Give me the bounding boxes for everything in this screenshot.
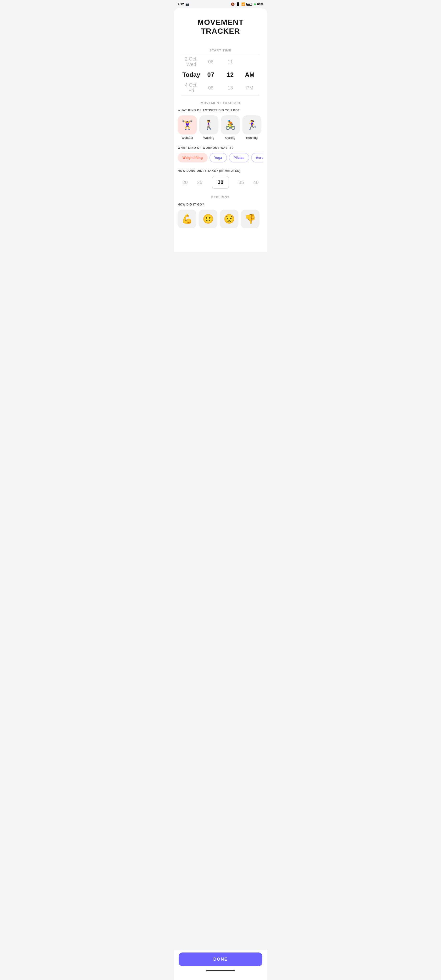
battery-dot bbox=[254, 3, 256, 5]
feelings-section: FEELINGS HOW DID IT GO? 💪 🙂 😟 👎 bbox=[174, 196, 267, 228]
workout-question: WHAT KIND OF WORKOUT WAS IT? bbox=[178, 146, 263, 150]
start-time-section: START TIME 2 Oct, Wed 06 11 Today 07 12 … bbox=[174, 40, 267, 95]
battery-icon bbox=[246, 3, 252, 6]
activity-cycling[interactable]: 🚴 Cycling bbox=[221, 115, 240, 140]
feelings-grid: 💪 🙂 😟 👎 bbox=[178, 210, 263, 228]
status-right: 🔕 ▐▌ 📶 66% bbox=[231, 2, 263, 6]
min-active: 12 bbox=[220, 71, 240, 78]
activity-label-running: Running bbox=[246, 136, 258, 140]
hour-active: 07 bbox=[201, 71, 221, 78]
duration-picker[interactable]: 20 25 30 35 40 bbox=[178, 176, 263, 189]
feeling-thumbsdown[interactable]: 👎 bbox=[241, 210, 260, 228]
min-next: 13 bbox=[220, 85, 240, 91]
pill-pilates[interactable]: Pilates bbox=[229, 153, 249, 162]
time-row-next: 4 Oct, Fri 08 13 PM bbox=[181, 80, 260, 95]
activity-label-cycling: Cycling bbox=[225, 136, 236, 140]
activity-running[interactable]: 🏃‍♀️ Running bbox=[242, 115, 262, 140]
date-active: Today bbox=[181, 71, 201, 78]
activity-walking[interactable]: 🚶‍♀️ Walking bbox=[199, 115, 218, 140]
time-picker[interactable]: 2 Oct, Wed 06 11 Today 07 12 AM 4 Oct, F… bbox=[181, 54, 260, 95]
wifi-icon: 📶 bbox=[241, 2, 245, 6]
pill-weightlifting[interactable]: Weightlifting bbox=[178, 153, 208, 162]
activity-label-workout: Workout bbox=[181, 136, 193, 140]
camera-icon: 📷 bbox=[186, 2, 189, 6]
activity-icon-cycling[interactable]: 🚴 bbox=[221, 115, 240, 134]
activity-label-walking: Walking bbox=[203, 136, 214, 140]
time-row-active[interactable]: Today 07 12 AM bbox=[181, 69, 260, 80]
movement-tracker-label: MOVEMENT TRACKER bbox=[178, 101, 263, 105]
movement-tracker-section: MOVEMENT TRACKER WHAT KIND OF ACTIVITY D… bbox=[174, 95, 267, 189]
duration-question: HOW LONG DID IT TAKE? (IN MINUTES) bbox=[178, 169, 263, 172]
duration-40[interactable]: 40 bbox=[253, 180, 259, 185]
hour-prev: 06 bbox=[201, 59, 221, 65]
pill-aerobics[interactable]: Aerobics bbox=[251, 153, 263, 162]
duration-30[interactable]: 30 bbox=[212, 176, 229, 189]
feeling-worried[interactable]: 😟 bbox=[220, 210, 238, 228]
main-page: MOVEMENT TRACKER START TIME 2 Oct, Wed 0… bbox=[174, 8, 267, 252]
signal-icon: ▐▌ bbox=[236, 2, 240, 6]
status-bar: 9:12 📷 🔕 ▐▌ 📶 66% bbox=[174, 0, 267, 7]
status-left: 9:12 📷 bbox=[178, 2, 189, 6]
page-title: MOVEMENT TRACKER bbox=[179, 18, 262, 36]
min-prev: 11 bbox=[220, 59, 240, 65]
activity-question: WHAT KIND OF ACTIVITY DID YOU DO? bbox=[178, 109, 263, 112]
activity-scroll: 🏋️‍♀️ Workout 🚶‍♀️ Walking 🚴 Cycling 🏃‍♀… bbox=[178, 115, 263, 142]
activity-workout[interactable]: 🏋️‍♀️ Workout bbox=[178, 115, 197, 140]
duration-25[interactable]: 25 bbox=[197, 180, 202, 185]
battery-label: 66% bbox=[257, 2, 263, 6]
start-time-label: START TIME bbox=[178, 49, 263, 52]
feelings-label: FEELINGS bbox=[178, 196, 263, 199]
activity-icon-walking[interactable]: 🚶‍♀️ bbox=[199, 115, 218, 134]
time-display: 9:12 bbox=[178, 2, 184, 6]
duration-20[interactable]: 20 bbox=[182, 180, 188, 185]
date-prev: 2 Oct, Wed bbox=[181, 56, 201, 67]
activity-icon-workout[interactable]: 🏋️‍♀️ bbox=[178, 115, 197, 134]
feelings-question: HOW DID IT GO? bbox=[178, 203, 263, 206]
date-next: 4 Oct, Fri bbox=[181, 82, 201, 93]
feeling-strong[interactable]: 💪 bbox=[178, 210, 196, 228]
hour-next: 08 bbox=[201, 85, 221, 91]
mute-icon: 🔕 bbox=[231, 2, 235, 6]
activity-icon-running[interactable]: 🏃‍♀️ bbox=[242, 115, 262, 134]
ampm-active: AM bbox=[240, 71, 260, 78]
feeling-happy[interactable]: 🙂 bbox=[199, 210, 217, 228]
time-row-prev: 2 Oct, Wed 06 11 bbox=[181, 54, 260, 69]
duration-35[interactable]: 35 bbox=[239, 180, 244, 185]
ampm-next: PM bbox=[240, 85, 260, 91]
pill-yoga[interactable]: Yoga bbox=[209, 153, 227, 162]
header: MOVEMENT TRACKER bbox=[174, 8, 267, 40]
workout-types-scroll: Weightlifting Yoga Pilates Aerobics Step… bbox=[178, 153, 263, 164]
